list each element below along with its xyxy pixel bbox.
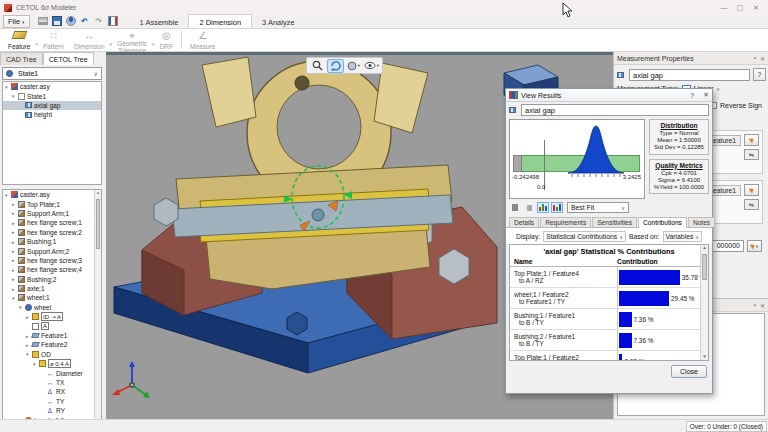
geometric-tolerance-button[interactable]: ⌖ Geometric Tolerance: [112, 29, 152, 51]
orbit-tool-button[interactable]: [327, 59, 344, 73]
tree-scrollbar[interactable]: ▲: [94, 190, 101, 432]
tree-item[interactable]: ▸ hex flange screw;2: [3, 228, 101, 237]
tree-item[interactable]: Δ RX: [3, 387, 101, 396]
contribution-row[interactable]: Bushing;2 / Feature1 to B / TY 7.36 %: [510, 330, 708, 351]
tab-cad-tree[interactable]: CAD Tree: [0, 52, 43, 65]
swap-button[interactable]: ⇆: [744, 149, 759, 160]
save-icon[interactable]: [52, 16, 62, 26]
close-icon[interactable]: ✕: [760, 55, 765, 62]
pin-icon[interactable]: ▪: [754, 55, 756, 61]
based-on-selector[interactable]: Variables ∨: [663, 231, 703, 242]
scrollbar-thumb[interactable]: [96, 199, 100, 249]
results-tab[interactable]: Details: [509, 217, 539, 227]
distribution-chart[interactable]: -0.242498 3.2425 0.0: [509, 119, 645, 199]
pattern-button[interactable]: ∷ Pattern: [38, 29, 69, 51]
contribution-row[interactable]: wheel;1 / Feature2 to Feature1 / TY 29.4…: [510, 288, 708, 309]
results-tab[interactable]: Notes: [688, 217, 715, 227]
tree-item[interactable]: ▸ Top Plate;1: [3, 199, 101, 208]
tree-item[interactable]: ▾ wheel: [3, 303, 101, 312]
close-button[interactable]: ✕: [748, 2, 764, 13]
tree-item[interactable]: ▾ OD: [3, 350, 101, 359]
name-column-header[interactable]: Name: [514, 258, 617, 265]
state-selector[interactable]: State1 ∨: [2, 67, 102, 80]
scroll-up-icon[interactable]: ▲: [96, 190, 100, 195]
histogram-toggle-button[interactable]: [537, 202, 549, 213]
print-icon[interactable]: [38, 17, 48, 25]
tree-item[interactable]: ▾ caster.asy: [3, 82, 101, 91]
results-tab[interactable]: Contributions: [638, 217, 687, 228]
export-button[interactable]: [509, 202, 521, 213]
scrollbar-thumb[interactable]: [702, 254, 707, 280]
tree-item[interactable]: ▾ caster.asy: [3, 190, 101, 199]
feature-picker-button[interactable]: [744, 184, 759, 196]
pin-icon[interactable]: ▪: [754, 302, 756, 308]
feature-button[interactable]: Feature: [3, 29, 35, 51]
filter-button[interactable]: [523, 202, 535, 213]
help-button[interactable]: ?: [753, 68, 766, 81]
undo-icon[interactable]: ↶: [80, 16, 90, 26]
fit-selector[interactable]: Best Fit ∨: [567, 202, 629, 213]
redo-icon[interactable]: ↷: [94, 16, 104, 26]
zoom-tool-button[interactable]: [309, 59, 326, 73]
maximize-button[interactable]: ▢: [732, 2, 748, 13]
report-icon[interactable]: [108, 16, 118, 26]
tab-cetol-tree[interactable]: CETOL Tree: [43, 52, 94, 65]
minimize-button[interactable]: —: [716, 2, 732, 13]
visibility-button[interactable]: ▾: [363, 59, 380, 73]
results-tab[interactable]: Sensitivities: [592, 217, 637, 227]
tree-item[interactable]: ▸ Feature2: [3, 340, 101, 349]
bar-view-toggle-button[interactable]: [551, 202, 563, 213]
help-icon[interactable]: ?: [690, 92, 694, 99]
window-titlebar[interactable]: CETOL 6σ Modeler — ▢ ✕: [0, 0, 768, 15]
tree-item[interactable]: ▾ ⌀ 0.4 A: [3, 359, 101, 368]
tree-item[interactable]: Δ RY: [3, 406, 101, 415]
tree-item[interactable]: axial gap: [3, 101, 101, 110]
drf-button[interactable]: ◎ DRF: [155, 29, 178, 51]
workflow-tab[interactable]: 2 Dimension: [188, 14, 252, 28]
feature-picker-button[interactable]: [744, 134, 759, 146]
tree-item[interactable]: ↔ TY: [3, 397, 101, 406]
panel-header[interactable]: Measurement Properties ▪ ✕: [614, 52, 768, 65]
results-tab[interactable]: Requirements: [540, 217, 591, 227]
tree-item[interactable]: ▸ Support Arm;2: [3, 246, 101, 255]
tree-item[interactable]: ▸ axle;1: [3, 284, 101, 293]
scroll-up-icon[interactable]: ▲: [702, 245, 706, 250]
tree-item[interactable]: ▸ Support Arm;1: [3, 209, 101, 218]
dialog-measurement-input[interactable]: axial gap: [521, 104, 709, 116]
measurement-name-input[interactable]: axial gap: [629, 69, 750, 81]
scroll-down-icon[interactable]: ▼: [701, 354, 708, 359]
tree-item[interactable]: ↔ Diameter: [3, 368, 101, 377]
tree-item[interactable]: ▸ hex flange screw;3: [3, 256, 101, 265]
tree-item[interactable]: ▾ State1: [3, 91, 101, 100]
tree-item[interactable]: ▸ hex flange screw;4: [3, 265, 101, 274]
display-style-button[interactable]: ▾: [345, 59, 362, 73]
tree-item[interactable]: ▾ wheel;1: [3, 293, 101, 302]
close-icon[interactable]: ✕: [703, 91, 709, 99]
tree-item[interactable]: ▸ hex flange screw;1: [3, 218, 101, 227]
display-selector[interactable]: Statistical Contributions ∨: [543, 231, 626, 242]
table-scrollbar[interactable]: ▲ ▼: [700, 245, 708, 360]
workflow-tab[interactable]: 3 Analyze: [252, 14, 305, 28]
tree-item[interactable]: ▸ Bushing;1: [3, 237, 101, 246]
file-menu-button[interactable]: File ▾: [3, 15, 30, 28]
tree-item[interactable]: height: [3, 110, 101, 119]
contribution-row[interactable]: Top Plate;1 / Feature4 to A / RZ 35.78 %: [510, 267, 708, 288]
value-picker-button[interactable]: ▾: [747, 240, 762, 252]
close-dialog-button[interactable]: Close: [671, 365, 707, 378]
contribution-row[interactable]: Bushing;1 / Feature1 to B / TY 7.36 %: [510, 309, 708, 330]
swap-button[interactable]: ⇆: [744, 199, 759, 210]
contribution-column-header[interactable]: Contribution: [617, 258, 658, 265]
close-icon[interactable]: ✕: [760, 302, 765, 309]
contribution-row[interactable]: Top Plate;1 / Feature2 to A|B|C / RY 2.0…: [510, 351, 708, 361]
tree-item[interactable]: ▸ ID ➝ A: [3, 312, 101, 321]
measure-button[interactable]: ∠ Measure: [185, 29, 220, 51]
tree-item[interactable]: ▸ Feature1: [3, 331, 101, 340]
workflow-tab[interactable]: 1 Assemble: [130, 14, 189, 28]
tree-item[interactable]: ↔ TX: [3, 378, 101, 387]
dimension-button[interactable]: ↔ Dimension: [69, 29, 110, 51]
reverse-sign-option[interactable]: Reverse Sign: [710, 102, 762, 109]
tree-item[interactable]: ▸ Bushing;2: [3, 275, 101, 284]
dialog-titlebar[interactable]: View Results ? ✕: [506, 89, 712, 102]
tree-item[interactable]: A: [3, 321, 101, 330]
user-icon[interactable]: [66, 16, 76, 26]
